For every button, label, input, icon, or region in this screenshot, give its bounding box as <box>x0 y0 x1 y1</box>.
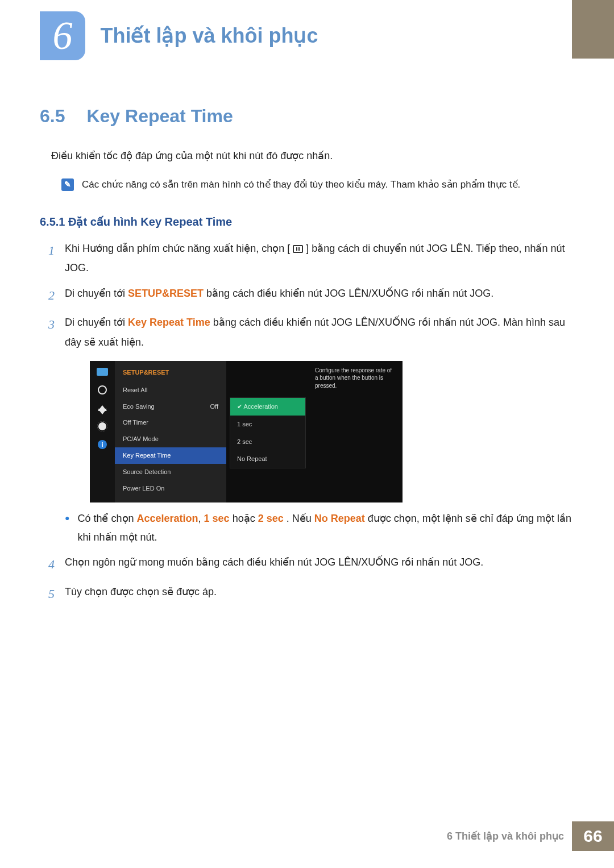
resize-icon <box>96 403 109 413</box>
bullet-icon: ● <box>65 509 69 547</box>
chapter-title: Thiết lập và khôi phục <box>100 24 318 48</box>
section-number: 6.5 <box>40 106 84 127</box>
text: Di chuyển tới <box>65 317 128 328</box>
section-heading: 6.5 Key Repeat Time <box>40 106 574 127</box>
osd-menu-item: PC/AV Mode <box>115 431 226 447</box>
step-body: Tùy chọn được chọn sẽ được áp. <box>65 582 574 606</box>
step-number: 5 <box>40 582 55 606</box>
step-number: 1 <box>40 239 55 277</box>
keyword-setup-reset: SETUP&RESET <box>128 288 204 299</box>
note-text: Các chức năng có sẵn trên màn hình có th… <box>82 176 520 194</box>
chapter-badge: 6 <box>40 11 85 60</box>
osd-menu-item: Reset All <box>115 382 226 398</box>
step-number: 4 <box>40 553 55 576</box>
bullet-text: Có thể chọn Acceleration, 1 sec hoặc 2 s… <box>77 509 574 547</box>
step-2: 2 Di chuyển tới SETUP&RESET bằng cách đi… <box>40 284 574 308</box>
osd-menu-item: Power LED On <box>115 480 226 497</box>
osd-menu: SETUP&RESET Reset All Eco SavingOff Off … <box>115 361 226 502</box>
osd-screenshot: i SETUP&RESET Reset All Eco SavingOff Of… <box>90 361 403 502</box>
osd-submenu: Acceleration 1 sec 2 sec No Repeat <box>226 361 312 502</box>
monitor-icon <box>96 367 109 377</box>
chapter-number: 6 <box>53 13 73 59</box>
step-body: Chọn ngôn ngữ mong muốn bằng cách điều k… <box>65 553 574 576</box>
osd-menu-item-selected: Key Repeat Time <box>115 447 226 464</box>
keyword-acceleration: Acceleration <box>137 513 198 524</box>
menu-icon <box>293 245 303 253</box>
step-number: 3 <box>40 313 55 547</box>
footer-caption: 6 Thiết lập và khôi phục <box>447 830 572 842</box>
subsection-heading: 6.5.1 Đặt cấu hình Key Repeat Time <box>40 215 574 229</box>
step-body: Di chuyển tới Key Repeat Time bằng cách … <box>65 313 574 547</box>
keyword-no-repeat: No Repeat <box>314 513 365 524</box>
steps-list: 1 Khi Hướng dẫn phím chức năng xuất hiện… <box>40 239 574 606</box>
osd-option: 2 sec <box>230 433 305 451</box>
section-title: Key Repeat Time <box>86 106 233 126</box>
osd-menu-item: Source Detection <box>115 464 226 480</box>
text: bằng cách điều khiển nút JOG LÊN/XUỐNG r… <box>206 288 493 299</box>
text: Khi Hướng dẫn phím chức năng xuất hiện, … <box>65 243 290 254</box>
step-number: 2 <box>40 284 55 308</box>
osd-menu-item: Off Timer <box>115 414 226 431</box>
keyword-2sec: 2 sec <box>258 513 284 524</box>
osd-description: Configure the response rate of a button … <box>312 361 403 502</box>
text: Di chuyển tới <box>65 288 128 299</box>
osd-option-selected: Acceleration <box>230 398 305 416</box>
page-footer: 6 Thiết lập và khôi phục 66 <box>447 821 614 851</box>
section-intro: Điều khiển tốc độ đáp ứng của một nút kh… <box>51 147 614 165</box>
footer-page-number: 66 <box>572 821 614 851</box>
chapter-header: 6 Thiết lập và khôi phục <box>0 0 614 60</box>
osd-option: 1 sec <box>230 416 305 433</box>
step-body: Khi Hướng dẫn phím chức năng xuất hiện, … <box>65 239 574 277</box>
step-4: 4 Chọn ngôn ngữ mong muốn bằng cách điều… <box>40 553 574 576</box>
step-3: 3 Di chuyển tới Key Repeat Time bằng các… <box>40 313 574 547</box>
bullet-note: ● Có thể chọn Acceleration, 1 sec hoặc 2… <box>65 509 574 547</box>
step-1: 1 Khi Hướng dẫn phím chức năng xuất hiện… <box>40 239 574 277</box>
osd-option: No Repeat <box>230 450 305 468</box>
step-body: Di chuyển tới SETUP&RESET bằng cách điều… <box>65 284 574 308</box>
note-block: ✎ Các chức năng có sẵn trên màn hình có … <box>61 176 614 194</box>
step-5: 5 Tùy chọn được chọn sẽ được áp. <box>40 582 574 606</box>
osd-menu-item: Eco SavingOff <box>115 398 226 415</box>
osd-tab-strip: i <box>90 361 115 502</box>
osd-menu-header: SETUP&RESET <box>115 366 226 382</box>
gear-icon <box>96 421 109 431</box>
note-icon: ✎ <box>61 178 74 191</box>
circle-icon <box>96 385 109 395</box>
keyword-key-repeat: Key Repeat Time <box>128 317 210 328</box>
info-icon: i <box>96 439 109 450</box>
keyword-1sec: 1 sec <box>204 513 230 524</box>
